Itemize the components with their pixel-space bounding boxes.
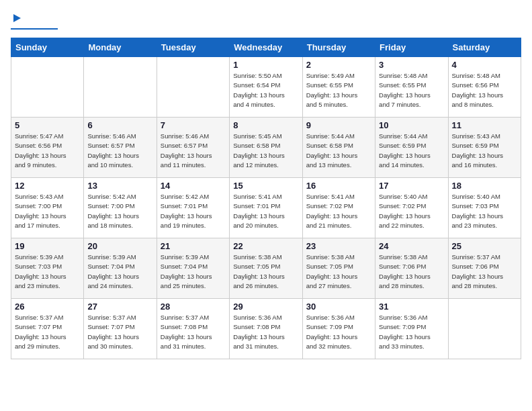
day-info: Sunrise: 5:46 AM Sunset: 6:57 PM Dayligh… xyxy=(87,132,152,170)
day-number: 27 xyxy=(87,302,152,312)
day-info: Sunrise: 5:37 AM Sunset: 7:08 PM Dayligh… xyxy=(161,313,226,351)
empty-cell xyxy=(84,57,157,118)
day-cell-23: 23Sunrise: 5:38 AM Sunset: 7:05 PM Dayli… xyxy=(302,238,375,299)
day-number: 15 xyxy=(233,181,298,191)
empty-cell xyxy=(157,57,229,118)
logo-line xyxy=(11,28,58,30)
day-cell-11: 11Sunrise: 5:43 AM Sunset: 6:59 PM Dayli… xyxy=(448,118,521,178)
day-cell-30: 30Sunrise: 5:36 AM Sunset: 7:09 PM Dayli… xyxy=(302,299,375,359)
day-number: 9 xyxy=(306,120,371,130)
day-number: 8 xyxy=(233,120,298,130)
day-number: 20 xyxy=(87,241,152,251)
day-cell-22: 22Sunrise: 5:38 AM Sunset: 7:05 PM Dayli… xyxy=(230,238,302,299)
col-header-sunday: Sunday xyxy=(11,38,84,57)
day-number: 6 xyxy=(87,120,152,130)
col-header-wednesday: Wednesday xyxy=(230,38,302,57)
day-cell-17: 17Sunrise: 5:40 AM Sunset: 7:02 PM Dayli… xyxy=(375,178,448,238)
day-info: Sunrise: 5:40 AM Sunset: 7:03 PM Dayligh… xyxy=(452,192,517,230)
day-number: 22 xyxy=(233,241,298,251)
day-number: 23 xyxy=(306,241,371,251)
day-number: 3 xyxy=(379,60,444,70)
day-number: 1 xyxy=(233,60,298,70)
day-number: 25 xyxy=(452,241,517,251)
week-row-1: 1Sunrise: 5:50 AM Sunset: 6:54 PM Daylig… xyxy=(11,57,521,118)
day-info: Sunrise: 5:39 AM Sunset: 7:04 PM Dayligh… xyxy=(161,253,226,291)
day-cell-21: 21Sunrise: 5:39 AM Sunset: 7:04 PM Dayli… xyxy=(157,238,229,299)
day-cell-20: 20Sunrise: 5:39 AM Sunset: 7:04 PM Dayli… xyxy=(84,238,157,299)
day-cell-2: 2Sunrise: 5:49 AM Sunset: 6:55 PM Daylig… xyxy=(302,57,375,118)
day-info: Sunrise: 5:41 AM Sunset: 7:02 PM Dayligh… xyxy=(306,192,371,230)
day-cell-4: 4Sunrise: 5:48 AM Sunset: 6:56 PM Daylig… xyxy=(448,57,521,118)
calendar-table: SundayMondayTuesdayWednesdayThursdayFrid… xyxy=(11,38,521,359)
day-number: 5 xyxy=(15,120,80,130)
day-info: Sunrise: 5:42 AM Sunset: 7:00 PM Dayligh… xyxy=(87,192,152,230)
day-cell-8: 8Sunrise: 5:45 AM Sunset: 6:58 PM Daylig… xyxy=(230,118,302,178)
week-row-3: 12Sunrise: 5:43 AM Sunset: 7:00 PM Dayli… xyxy=(11,178,521,238)
day-number: 19 xyxy=(15,241,80,251)
col-header-tuesday: Tuesday xyxy=(157,38,229,57)
day-info: Sunrise: 5:44 AM Sunset: 6:59 PM Dayligh… xyxy=(379,132,444,170)
day-number: 7 xyxy=(161,120,226,130)
day-number: 2 xyxy=(306,60,371,70)
day-info: Sunrise: 5:38 AM Sunset: 7:05 PM Dayligh… xyxy=(233,253,298,291)
day-info: Sunrise: 5:48 AM Sunset: 6:56 PM Dayligh… xyxy=(452,71,517,109)
day-number: 28 xyxy=(161,302,226,312)
col-header-monday: Monday xyxy=(84,38,157,57)
day-info: Sunrise: 5:36 AM Sunset: 7:08 PM Dayligh… xyxy=(233,313,298,351)
day-info: Sunrise: 5:37 AM Sunset: 7:07 PM Dayligh… xyxy=(15,313,80,351)
day-info: Sunrise: 5:47 AM Sunset: 6:56 PM Dayligh… xyxy=(15,132,80,170)
day-info: Sunrise: 5:41 AM Sunset: 7:01 PM Dayligh… xyxy=(233,192,298,230)
day-info: Sunrise: 5:36 AM Sunset: 7:09 PM Dayligh… xyxy=(379,313,444,351)
day-number: 31 xyxy=(379,302,444,312)
day-number: 10 xyxy=(379,120,444,130)
day-info: Sunrise: 5:40 AM Sunset: 7:02 PM Dayligh… xyxy=(379,192,444,230)
day-cell-3: 3Sunrise: 5:48 AM Sunset: 6:55 PM Daylig… xyxy=(375,57,448,118)
day-number: 26 xyxy=(15,302,80,312)
day-number: 13 xyxy=(87,181,152,191)
day-cell-28: 28Sunrise: 5:37 AM Sunset: 7:08 PM Dayli… xyxy=(157,299,229,359)
day-number: 29 xyxy=(233,302,298,312)
day-number: 17 xyxy=(379,181,444,191)
day-info: Sunrise: 5:49 AM Sunset: 6:55 PM Dayligh… xyxy=(306,71,371,109)
day-cell-15: 15Sunrise: 5:41 AM Sunset: 7:01 PM Dayli… xyxy=(230,178,302,238)
day-cell-26: 26Sunrise: 5:37 AM Sunset: 7:07 PM Dayli… xyxy=(11,299,84,359)
day-info: Sunrise: 5:50 AM Sunset: 6:54 PM Dayligh… xyxy=(233,71,298,109)
day-cell-16: 16Sunrise: 5:41 AM Sunset: 7:02 PM Dayli… xyxy=(302,178,375,238)
day-number: 30 xyxy=(306,302,371,312)
day-info: Sunrise: 5:39 AM Sunset: 7:04 PM Dayligh… xyxy=(87,253,152,291)
day-cell-13: 13Sunrise: 5:42 AM Sunset: 7:00 PM Dayli… xyxy=(84,178,157,238)
day-number: 18 xyxy=(452,181,517,191)
col-header-thursday: Thursday xyxy=(302,38,375,57)
page-header xyxy=(11,11,521,30)
day-info: Sunrise: 5:37 AM Sunset: 7:06 PM Dayligh… xyxy=(452,253,517,291)
day-info: Sunrise: 5:36 AM Sunset: 7:09 PM Dayligh… xyxy=(306,313,371,351)
day-info: Sunrise: 5:48 AM Sunset: 6:55 PM Dayligh… xyxy=(379,71,444,109)
day-info: Sunrise: 5:44 AM Sunset: 6:58 PM Dayligh… xyxy=(306,132,371,170)
day-info: Sunrise: 5:45 AM Sunset: 6:58 PM Dayligh… xyxy=(233,132,298,170)
logo xyxy=(11,11,58,30)
day-cell-24: 24Sunrise: 5:38 AM Sunset: 7:06 PM Dayli… xyxy=(375,238,448,299)
week-row-4: 19Sunrise: 5:39 AM Sunset: 7:03 PM Dayli… xyxy=(11,238,521,299)
day-number: 14 xyxy=(161,181,226,191)
day-cell-29: 29Sunrise: 5:36 AM Sunset: 7:08 PM Dayli… xyxy=(230,299,302,359)
day-number: 12 xyxy=(15,181,80,191)
day-number: 4 xyxy=(452,60,517,70)
day-cell-27: 27Sunrise: 5:37 AM Sunset: 7:07 PM Dayli… xyxy=(84,299,157,359)
day-cell-31: 31Sunrise: 5:36 AM Sunset: 7:09 PM Dayli… xyxy=(375,299,448,359)
day-cell-18: 18Sunrise: 5:40 AM Sunset: 7:03 PM Dayli… xyxy=(448,178,521,238)
day-cell-19: 19Sunrise: 5:39 AM Sunset: 7:03 PM Dayli… xyxy=(11,238,84,299)
col-header-saturday: Saturday xyxy=(448,38,521,57)
week-row-5: 26Sunrise: 5:37 AM Sunset: 7:07 PM Dayli… xyxy=(11,299,521,359)
week-row-2: 5Sunrise: 5:47 AM Sunset: 6:56 PM Daylig… xyxy=(11,118,521,178)
header-row: SundayMondayTuesdayWednesdayThursdayFrid… xyxy=(11,38,521,57)
day-cell-9: 9Sunrise: 5:44 AM Sunset: 6:58 PM Daylig… xyxy=(302,118,375,178)
day-info: Sunrise: 5:46 AM Sunset: 6:57 PM Dayligh… xyxy=(161,132,226,170)
day-info: Sunrise: 5:43 AM Sunset: 6:59 PM Dayligh… xyxy=(452,132,517,170)
day-number: 24 xyxy=(379,241,444,251)
empty-cell xyxy=(11,57,84,118)
day-info: Sunrise: 5:38 AM Sunset: 7:06 PM Dayligh… xyxy=(379,253,444,291)
empty-cell xyxy=(448,299,521,359)
day-cell-6: 6Sunrise: 5:46 AM Sunset: 6:57 PM Daylig… xyxy=(84,118,157,178)
col-header-friday: Friday xyxy=(375,38,448,57)
day-info: Sunrise: 5:43 AM Sunset: 7:00 PM Dayligh… xyxy=(15,192,80,230)
